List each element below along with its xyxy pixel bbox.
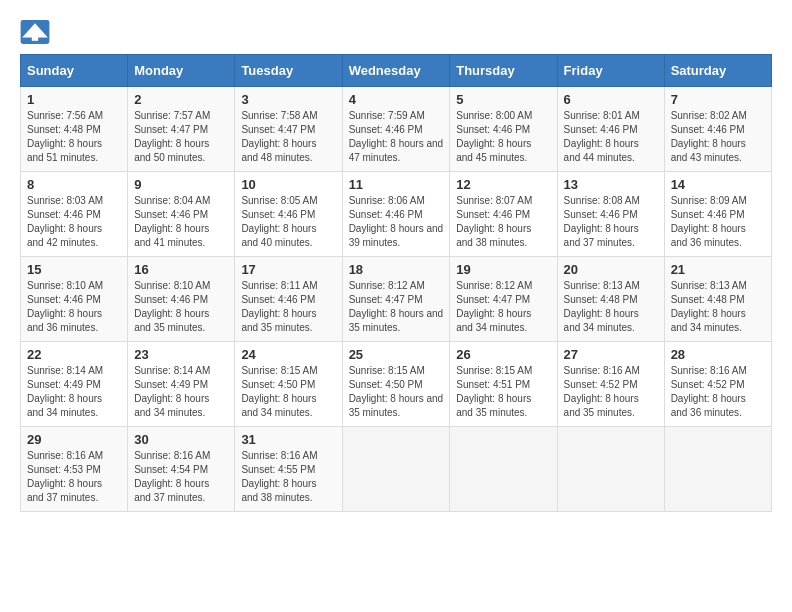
day-detail: Sunrise: 8:07 AMSunset: 4:46 PMDaylight:… [456,195,532,248]
calendar-header-tuesday: Tuesday [235,55,342,87]
day-number: 23 [134,347,228,362]
calendar-cell: 30 Sunrise: 8:16 AMSunset: 4:54 PMDaylig… [128,427,235,512]
day-detail: Sunrise: 8:04 AMSunset: 4:46 PMDaylight:… [134,195,210,248]
day-detail: Sunrise: 8:16 AMSunset: 4:52 PMDaylight:… [564,365,640,418]
calendar-cell: 23 Sunrise: 8:14 AMSunset: 4:49 PMDaylig… [128,342,235,427]
day-number: 4 [349,92,444,107]
day-detail: Sunrise: 8:16 AMSunset: 4:55 PMDaylight:… [241,450,317,503]
calendar-cell: 25 Sunrise: 8:15 AMSunset: 4:50 PMDaylig… [342,342,450,427]
calendar-cell: 31 Sunrise: 8:16 AMSunset: 4:55 PMDaylig… [235,427,342,512]
day-detail: Sunrise: 8:14 AMSunset: 4:49 PMDaylight:… [134,365,210,418]
calendar-cell: 12 Sunrise: 8:07 AMSunset: 4:46 PMDaylig… [450,172,557,257]
day-detail: Sunrise: 8:05 AMSunset: 4:46 PMDaylight:… [241,195,317,248]
day-detail: Sunrise: 8:08 AMSunset: 4:46 PMDaylight:… [564,195,640,248]
calendar-table: SundayMondayTuesdayWednesdayThursdayFrid… [20,54,772,512]
day-detail: Sunrise: 8:03 AMSunset: 4:46 PMDaylight:… [27,195,103,248]
day-number: 14 [671,177,765,192]
logo [20,20,54,44]
day-detail: Sunrise: 8:02 AMSunset: 4:46 PMDaylight:… [671,110,747,163]
day-detail: Sunrise: 7:59 AMSunset: 4:46 PMDaylight:… [349,110,444,163]
calendar-cell: 11 Sunrise: 8:06 AMSunset: 4:46 PMDaylig… [342,172,450,257]
calendar-cell: 19 Sunrise: 8:12 AMSunset: 4:47 PMDaylig… [450,257,557,342]
calendar-cell [664,427,771,512]
day-detail: Sunrise: 8:00 AMSunset: 4:46 PMDaylight:… [456,110,532,163]
day-number: 3 [241,92,335,107]
calendar-cell [450,427,557,512]
day-number: 6 [564,92,658,107]
day-number: 29 [27,432,121,447]
calendar-header-row: SundayMondayTuesdayWednesdayThursdayFrid… [21,55,772,87]
calendar-cell: 17 Sunrise: 8:11 AMSunset: 4:46 PMDaylig… [235,257,342,342]
day-number: 28 [671,347,765,362]
calendar-header-wednesday: Wednesday [342,55,450,87]
calendar-week-row: 22 Sunrise: 8:14 AMSunset: 4:49 PMDaylig… [21,342,772,427]
calendar-cell: 7 Sunrise: 8:02 AMSunset: 4:46 PMDayligh… [664,87,771,172]
day-number: 10 [241,177,335,192]
day-detail: Sunrise: 7:57 AMSunset: 4:47 PMDaylight:… [134,110,210,163]
calendar-cell: 26 Sunrise: 8:15 AMSunset: 4:51 PMDaylig… [450,342,557,427]
day-detail: Sunrise: 8:16 AMSunset: 4:52 PMDaylight:… [671,365,747,418]
calendar-cell: 9 Sunrise: 8:04 AMSunset: 4:46 PMDayligh… [128,172,235,257]
day-detail: Sunrise: 8:01 AMSunset: 4:46 PMDaylight:… [564,110,640,163]
day-number: 18 [349,262,444,277]
day-number: 20 [564,262,658,277]
calendar-cell: 5 Sunrise: 8:00 AMSunset: 4:46 PMDayligh… [450,87,557,172]
calendar-cell: 4 Sunrise: 7:59 AMSunset: 4:46 PMDayligh… [342,87,450,172]
calendar-cell: 16 Sunrise: 8:10 AMSunset: 4:46 PMDaylig… [128,257,235,342]
calendar-header-sunday: Sunday [21,55,128,87]
calendar-cell: 6 Sunrise: 8:01 AMSunset: 4:46 PMDayligh… [557,87,664,172]
day-detail: Sunrise: 7:58 AMSunset: 4:47 PMDaylight:… [241,110,317,163]
calendar-cell: 13 Sunrise: 8:08 AMSunset: 4:46 PMDaylig… [557,172,664,257]
day-detail: Sunrise: 8:13 AMSunset: 4:48 PMDaylight:… [671,280,747,333]
day-detail: Sunrise: 8:12 AMSunset: 4:47 PMDaylight:… [349,280,444,333]
day-detail: Sunrise: 7:56 AMSunset: 4:48 PMDaylight:… [27,110,103,163]
day-detail: Sunrise: 8:15 AMSunset: 4:50 PMDaylight:… [349,365,444,418]
calendar-cell: 1 Sunrise: 7:56 AMSunset: 4:48 PMDayligh… [21,87,128,172]
calendar-cell: 20 Sunrise: 8:13 AMSunset: 4:48 PMDaylig… [557,257,664,342]
calendar-header-monday: Monday [128,55,235,87]
calendar-cell: 24 Sunrise: 8:15 AMSunset: 4:50 PMDaylig… [235,342,342,427]
day-detail: Sunrise: 8:14 AMSunset: 4:49 PMDaylight:… [27,365,103,418]
day-number: 24 [241,347,335,362]
day-detail: Sunrise: 8:09 AMSunset: 4:46 PMDaylight:… [671,195,747,248]
calendar-cell: 8 Sunrise: 8:03 AMSunset: 4:46 PMDayligh… [21,172,128,257]
calendar-cell: 10 Sunrise: 8:05 AMSunset: 4:46 PMDaylig… [235,172,342,257]
day-number: 31 [241,432,335,447]
day-number: 1 [27,92,121,107]
day-number: 22 [27,347,121,362]
day-detail: Sunrise: 8:15 AMSunset: 4:51 PMDaylight:… [456,365,532,418]
header [20,20,772,44]
calendar-cell: 27 Sunrise: 8:16 AMSunset: 4:52 PMDaylig… [557,342,664,427]
day-number: 26 [456,347,550,362]
calendar-cell: 15 Sunrise: 8:10 AMSunset: 4:46 PMDaylig… [21,257,128,342]
calendar-week-row: 15 Sunrise: 8:10 AMSunset: 4:46 PMDaylig… [21,257,772,342]
calendar-cell: 21 Sunrise: 8:13 AMSunset: 4:48 PMDaylig… [664,257,771,342]
day-number: 16 [134,262,228,277]
calendar-header-saturday: Saturday [664,55,771,87]
calendar-cell: 29 Sunrise: 8:16 AMSunset: 4:53 PMDaylig… [21,427,128,512]
calendar-cell: 3 Sunrise: 7:58 AMSunset: 4:47 PMDayligh… [235,87,342,172]
calendar-week-row: 8 Sunrise: 8:03 AMSunset: 4:46 PMDayligh… [21,172,772,257]
calendar-week-row: 1 Sunrise: 7:56 AMSunset: 4:48 PMDayligh… [21,87,772,172]
day-detail: Sunrise: 8:12 AMSunset: 4:47 PMDaylight:… [456,280,532,333]
calendar-header-thursday: Thursday [450,55,557,87]
day-number: 19 [456,262,550,277]
day-detail: Sunrise: 8:13 AMSunset: 4:48 PMDaylight:… [564,280,640,333]
calendar-cell: 22 Sunrise: 8:14 AMSunset: 4:49 PMDaylig… [21,342,128,427]
day-number: 17 [241,262,335,277]
day-number: 8 [27,177,121,192]
day-number: 7 [671,92,765,107]
calendar-cell: 18 Sunrise: 8:12 AMSunset: 4:47 PMDaylig… [342,257,450,342]
day-number: 25 [349,347,444,362]
day-number: 2 [134,92,228,107]
day-detail: Sunrise: 8:16 AMSunset: 4:53 PMDaylight:… [27,450,103,503]
calendar-cell: 14 Sunrise: 8:09 AMSunset: 4:46 PMDaylig… [664,172,771,257]
calendar-cell: 28 Sunrise: 8:16 AMSunset: 4:52 PMDaylig… [664,342,771,427]
calendar-header-friday: Friday [557,55,664,87]
day-number: 15 [27,262,121,277]
day-detail: Sunrise: 8:15 AMSunset: 4:50 PMDaylight:… [241,365,317,418]
generalblue-logo-icon [20,20,50,44]
day-number: 13 [564,177,658,192]
calendar-week-row: 29 Sunrise: 8:16 AMSunset: 4:53 PMDaylig… [21,427,772,512]
calendar-cell [557,427,664,512]
